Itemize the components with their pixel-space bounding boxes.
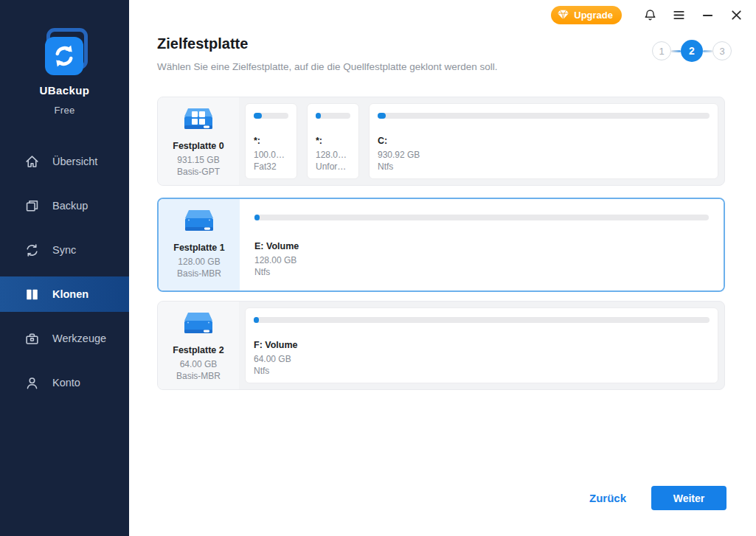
close-button[interactable] bbox=[725, 4, 747, 26]
step-3: 3 bbox=[712, 41, 732, 60]
partition-filesystem: Unformat... bbox=[316, 161, 350, 173]
partition-usage-fill bbox=[378, 113, 386, 119]
disk-size: 931.15 GB bbox=[177, 155, 219, 167]
partition-label: *: bbox=[254, 136, 288, 146]
sidebar-item-label: Sync bbox=[52, 244, 76, 256]
partition-tile[interactable]: *:100.00 MBFat32 bbox=[245, 103, 297, 179]
sidebar-item-label: Werkzeuge bbox=[52, 333, 106, 344]
disk-layout: Basis-MBR bbox=[176, 371, 221, 383]
step-indicator: 123 bbox=[652, 40, 732, 62]
partition-size: 128.00 GB bbox=[254, 255, 709, 267]
disk-card-festplatte-2[interactable]: Festplatte 264.00 GBBasis-MBRF: Volume64… bbox=[157, 301, 725, 390]
disk-layout: Basis-MBR bbox=[177, 268, 221, 280]
partition-tile[interactable]: *:128.00 MBUnformat... bbox=[307, 103, 359, 179]
partition-size: 100.00 MB bbox=[254, 150, 288, 161]
partition-usage-fill bbox=[254, 215, 260, 220]
sidebar-item-uebersicht[interactable]: Übersicht bbox=[0, 144, 129, 179]
partition-label: F: Volume bbox=[254, 340, 710, 350]
partition-filesystem: Ntfs bbox=[254, 267, 709, 279]
window-titlebar: Upgrade bbox=[129, 0, 756, 29]
partition-area: E: Volume128.00 GBNtfs bbox=[240, 199, 724, 290]
partition-filesystem: Ntfs bbox=[254, 366, 710, 377]
back-button[interactable]: Zurück bbox=[589, 492, 626, 504]
sidebar-nav: ÜbersichtBackupSyncKlonenWerkzeugeKonto bbox=[0, 144, 129, 409]
partition-tile[interactable]: F: Volume64.00 GBNtfs bbox=[245, 307, 718, 383]
hard-drive-icon bbox=[181, 207, 217, 240]
home-icon bbox=[24, 154, 40, 170]
disk-name: Festplatte 2 bbox=[173, 345, 223, 355]
upgrade-button[interactable]: Upgrade bbox=[551, 6, 622, 24]
disk-list: Festplatte 0931.15 GBBasis-GPT*:100.00 M… bbox=[157, 97, 725, 402]
partition-usage-fill bbox=[316, 113, 321, 119]
sidebar-item-konto[interactable]: Konto bbox=[0, 365, 129, 400]
hard-drive-icon bbox=[181, 105, 216, 138]
backup-icon bbox=[24, 198, 40, 214]
bell-icon[interactable] bbox=[639, 4, 661, 26]
disk-card-festplatte-0[interactable]: Festplatte 0931.15 GBBasis-GPT*:100.00 M… bbox=[157, 97, 725, 186]
partition-label: *: bbox=[316, 136, 350, 146]
minimize-button[interactable] bbox=[696, 4, 718, 26]
step-1: 1 bbox=[652, 41, 671, 60]
partition-tile[interactable]: E: Volume128.00 GBNtfs bbox=[246, 205, 718, 285]
partition-filesystem: Fat32 bbox=[254, 161, 288, 173]
page-title: Zielfestplatte bbox=[157, 35, 248, 52]
sync-icon bbox=[24, 243, 40, 258]
clone-icon bbox=[24, 287, 40, 302]
disk-name: Festplatte 0 bbox=[173, 141, 223, 151]
sidebar-item-klonen[interactable]: Klonen bbox=[0, 276, 129, 312]
partition-label: E: Volume bbox=[254, 241, 709, 251]
disk-info: Festplatte 264.00 GBBasis-MBR bbox=[158, 302, 239, 389]
app-edition: Free bbox=[0, 105, 129, 116]
sidebar-item-label: Konto bbox=[52, 377, 80, 389]
next-button[interactable]: Weiter bbox=[651, 486, 726, 510]
step-connector bbox=[703, 50, 712, 52]
sidebar-item-label: Klonen bbox=[52, 288, 89, 300]
upgrade-label: Upgrade bbox=[574, 10, 613, 21]
user-icon bbox=[24, 375, 40, 391]
app-name: UBackup bbox=[0, 84, 129, 97]
wizard-footer: Zurück Weiter bbox=[589, 486, 726, 510]
sidebar-item-sync[interactable]: Sync bbox=[0, 232, 129, 268]
disk-info: Festplatte 1128.00 GBBasis-MBR bbox=[159, 199, 240, 290]
disk-card-festplatte-1[interactable]: Festplatte 1128.00 GBBasis-MBRE: Volume1… bbox=[157, 198, 725, 292]
step-connector bbox=[671, 50, 681, 52]
partition-filesystem: Ntfs bbox=[378, 161, 710, 173]
partition-usage-bar bbox=[254, 215, 709, 220]
partition-usage-fill bbox=[254, 317, 259, 323]
partition-usage-bar bbox=[254, 113, 288, 119]
partition-size: 128.00 MB bbox=[316, 150, 350, 161]
sidebar-item-label: Backup bbox=[52, 200, 88, 212]
sidebar-item-backup[interactable]: Backup bbox=[0, 188, 129, 223]
step-2-active: 2 bbox=[681, 40, 703, 62]
partition-size: 64.00 GB bbox=[254, 354, 710, 366]
disk-size: 64.00 GB bbox=[180, 359, 218, 371]
disk-name: Festplatte 1 bbox=[173, 243, 224, 253]
page-subtitle: Wählen Sie eine Zielfestplatte, auf die … bbox=[157, 61, 498, 72]
partition-usage-bar bbox=[254, 317, 710, 323]
partition-usage-bar bbox=[316, 113, 350, 119]
sidebar-item-werkzeuge[interactable]: Werkzeuge bbox=[0, 321, 129, 356]
hamburger-menu-icon[interactable] bbox=[667, 4, 690, 26]
sidebar: UBackup Free ÜbersichtBackupSyncKlonenWe… bbox=[0, 0, 129, 536]
toolbox-icon bbox=[24, 331, 40, 347]
partition-area: *:100.00 MBFat32*:128.00 MBUnformat...C:… bbox=[239, 97, 724, 185]
partition-label: C: bbox=[378, 136, 710, 146]
partition-size: 930.92 GB bbox=[378, 150, 710, 161]
partition-usage-bar bbox=[378, 113, 710, 119]
sync-arrows-icon bbox=[45, 37, 83, 75]
app-logo bbox=[41, 28, 89, 77]
gem-icon bbox=[557, 10, 569, 21]
partition-tile[interactable]: C:930.92 GBNtfs bbox=[369, 103, 718, 179]
partition-area: F: Volume64.00 GBNtfs bbox=[239, 302, 724, 389]
partition-usage-fill bbox=[254, 113, 262, 119]
sidebar-item-label: Übersicht bbox=[52, 156, 97, 167]
disk-info: Festplatte 0931.15 GBBasis-GPT bbox=[158, 97, 239, 185]
hard-drive-icon bbox=[181, 310, 216, 342]
disk-size: 128.00 GB bbox=[178, 257, 220, 268]
disk-layout: Basis-GPT bbox=[177, 167, 220, 178]
